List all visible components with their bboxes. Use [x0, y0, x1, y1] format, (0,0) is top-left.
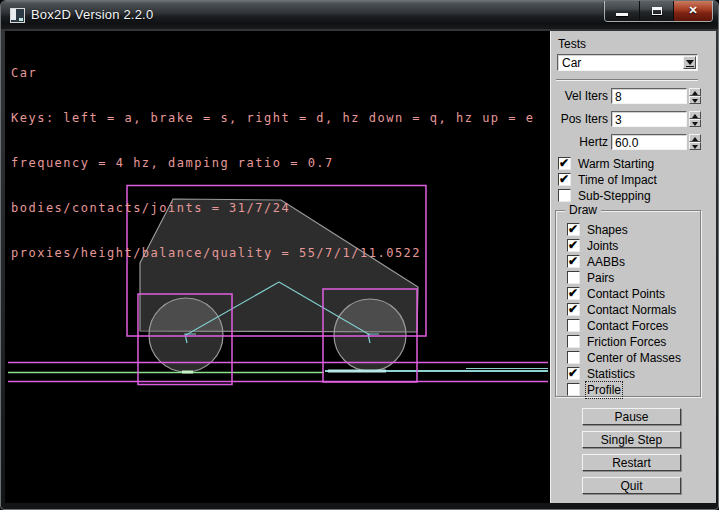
checkbox-box[interactable]	[567, 335, 580, 348]
minimize-button[interactable]	[605, 1, 639, 21]
separator	[556, 79, 698, 81]
checkbox-box[interactable]	[567, 271, 580, 284]
proxies-stats-line: proxies/height/balance/quality = 55/7/1/…	[11, 246, 534, 261]
checkbox-sub-stepping[interactable]: Sub-Stepping	[558, 189, 651, 203]
checkbox-box[interactable]	[567, 383, 580, 396]
vel-iters-spin-up[interactable]	[689, 88, 701, 96]
checkbox-pairs[interactable]: Pairs	[567, 271, 614, 285]
caption-buttons: ✕	[604, 1, 713, 22]
checkbox-box[interactable]	[567, 367, 580, 380]
hertz-spin-down[interactable]	[689, 142, 701, 150]
checkbox-profile[interactable]: Profile	[567, 383, 621, 397]
contact-point-mark	[182, 371, 193, 374]
client-area: Car Keys: left = a, brake = s, right = d…	[5, 31, 716, 503]
arrow-up-icon	[692, 91, 698, 95]
arrow-down-icon	[692, 145, 698, 149]
checkbox-shapes[interactable]: Shapes	[567, 223, 628, 237]
vel-iters-spinner	[689, 88, 701, 104]
checkbox-box[interactable]	[567, 287, 580, 300]
checkbox-contact-normals[interactable]: Contact Normals	[567, 303, 676, 317]
checkbox-box[interactable]	[558, 157, 571, 170]
checkbox-contact-forces[interactable]: Contact Forces	[567, 319, 668, 333]
checkbox-joints[interactable]: Joints	[567, 239, 618, 253]
keys-line: Keys: left = a, brake = s, right = d, hz…	[11, 111, 534, 126]
titlebar[interactable]: Box2D Version 2.2.0 ✕	[1, 1, 718, 29]
hertz-spinner	[689, 134, 701, 150]
quit-button[interactable]: Quit	[582, 477, 681, 494]
checkbox-box[interactable]	[567, 319, 580, 332]
hertz-spin-up[interactable]	[689, 134, 701, 142]
checkbox-statistics[interactable]: Statistics	[567, 367, 635, 381]
tests-dropdown-value: Car	[562, 56, 581, 70]
tests-dropdown-arrow-button[interactable]	[683, 56, 696, 69]
pause-button[interactable]: Pause	[582, 408, 681, 425]
app-window: Box2D Version 2.2.0 ✕	[0, 0, 719, 510]
close-button[interactable]: ✕	[673, 1, 712, 21]
tests-label: Tests	[558, 37, 586, 51]
pos-iters-row: Pos Iters 3	[551, 111, 711, 127]
vel-iters-row: Vel Iters 8	[551, 88, 711, 104]
bodies-stats-line: bodies/contacts/joints = 31/7/24	[11, 201, 534, 216]
tests-dropdown[interactable]: Car	[557, 54, 698, 71]
hertz-row: Hertz 60.0	[551, 134, 711, 150]
test-name-line: Car	[11, 66, 534, 81]
frequency-line: frequency = 4 hz, damping ratio = 0.7	[11, 156, 534, 171]
arrow-up-icon	[692, 137, 698, 141]
app-icon	[10, 8, 25, 23]
maximize-icon	[652, 7, 662, 15]
simulation-canvas[interactable]: Car Keys: left = a, brake = s, right = d…	[5, 31, 550, 503]
minimize-icon	[616, 13, 628, 16]
checkbox-box[interactable]	[558, 189, 571, 202]
checkbox-box[interactable]	[558, 173, 571, 186]
draw-group-label: Draw	[565, 203, 601, 217]
checkbox-time-of-impact[interactable]: Time of Impact	[558, 173, 657, 187]
checkbox-box[interactable]	[567, 239, 580, 252]
debug-info-text: Car Keys: left = a, brake = s, right = d…	[11, 36, 534, 291]
close-icon: ✕	[674, 4, 712, 17]
arrow-down-icon	[692, 99, 698, 103]
checkbox-contact-points[interactable]: Contact Points	[567, 287, 665, 301]
hertz-label: Hertz	[551, 135, 608, 149]
vel-iters-input[interactable]: 8	[611, 88, 687, 104]
pos-iters-label: Pos Iters	[551, 112, 608, 126]
checkbox-box[interactable]	[567, 351, 580, 364]
window-title: Box2D Version 2.2.0	[31, 7, 153, 22]
control-panel: Tests Car Vel Iters 8 Pos Iters 3	[550, 31, 716, 503]
restart-button[interactable]: Restart	[582, 454, 681, 471]
checkbox-aabbs[interactable]: AABBs	[567, 255, 625, 269]
chevron-down-icon	[686, 60, 694, 65]
checkbox-center-of-masses[interactable]: Center of Masses	[567, 351, 681, 365]
vel-iters-spin-down[interactable]	[689, 96, 701, 104]
vel-iters-label: Vel Iters	[551, 89, 608, 103]
pos-iters-spinner	[689, 111, 701, 127]
single-step-button[interactable]: Single Step	[582, 431, 681, 448]
checkbox-box[interactable]	[567, 303, 580, 316]
hertz-input[interactable]: 60.0	[611, 134, 687, 150]
checkbox-box[interactable]	[567, 255, 580, 268]
pos-iters-spin-down[interactable]	[689, 119, 701, 127]
checkbox-warm-starting[interactable]: Warm Starting	[558, 157, 654, 171]
checkbox-box[interactable]	[567, 223, 580, 236]
pos-iters-spin-up[interactable]	[689, 111, 701, 119]
arrow-up-icon	[692, 114, 698, 118]
checkbox-friction-forces[interactable]: Friction Forces	[567, 335, 666, 349]
pos-iters-input[interactable]: 3	[611, 111, 687, 127]
arrow-down-icon	[692, 122, 698, 126]
maximize-button[interactable]	[639, 1, 673, 21]
